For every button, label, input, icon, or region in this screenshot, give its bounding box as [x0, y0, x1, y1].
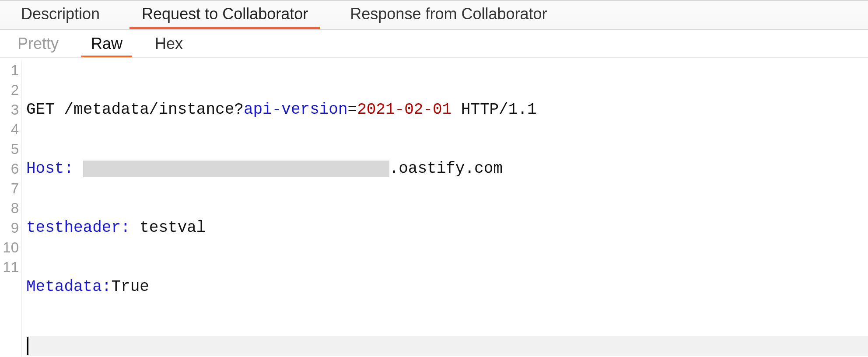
tab-response-from-collaborator[interactable]: Response from Collaborator	[338, 0, 559, 29]
header-value-metadata: True	[111, 277, 149, 297]
http-method: GET	[26, 100, 55, 119]
line-number: 9	[0, 218, 19, 238]
header-name-host: Host:	[26, 159, 74, 178]
line-number: 5	[0, 139, 19, 159]
cursor-line	[26, 336, 868, 356]
line-number: 4	[0, 119, 19, 139]
testheader-line: testheader: testval	[26, 218, 868, 238]
request-line: GET /metadata/instance?api-version=2021-…	[26, 100, 868, 119]
header-value-testheader: testval	[140, 218, 206, 238]
line-number: 1	[0, 60, 19, 80]
tab-pretty[interactable]: Pretty	[8, 29, 68, 57]
request-path: /metadata/instance	[64, 100, 234, 119]
query-param-name: api-version	[244, 100, 348, 119]
http-version: HTTP/1.1	[461, 100, 537, 119]
line-number: 8	[0, 198, 19, 218]
line-number: 7	[0, 178, 19, 198]
tab-raw[interactable]: Raw	[81, 29, 132, 57]
text-cursor	[27, 337, 28, 355]
host-header-line: Host: .oastify.com	[26, 159, 868, 178]
line-number: 3	[0, 100, 19, 119]
line-number: 6	[0, 159, 19, 178]
metadata-header-line: Metadata:True	[26, 277, 868, 297]
request-editor[interactable]: 1 2 3 4 5 6 7 8 9 10 11 GET /metadata/in…	[0, 58, 868, 357]
host-suffix: .oastify.com	[389, 159, 503, 178]
header-name-testheader: testheader:	[26, 218, 130, 238]
line-number: 11	[0, 257, 19, 277]
tab-hex[interactable]: Hex	[145, 29, 192, 57]
line-number-gutter: 1 2 3 4 5 6 7 8 9 10 11	[0, 60, 22, 357]
redacted-host	[83, 161, 389, 177]
tab-description[interactable]: Description	[9, 0, 112, 29]
tab-request-to-collaborator[interactable]: Request to Collaborator	[130, 0, 320, 29]
view-tabs: Pretty Raw Hex	[0, 30, 868, 58]
line-number: 10	[0, 238, 19, 257]
code-content[interactable]: GET /metadata/instance?api-version=2021-…	[22, 60, 868, 357]
header-name-metadata: Metadata:	[26, 277, 111, 297]
line-number: 2	[0, 80, 19, 100]
query-param-value: 2021-02-01	[357, 100, 452, 119]
main-tabs: Description Request to Collaborator Resp…	[0, 0, 868, 30]
